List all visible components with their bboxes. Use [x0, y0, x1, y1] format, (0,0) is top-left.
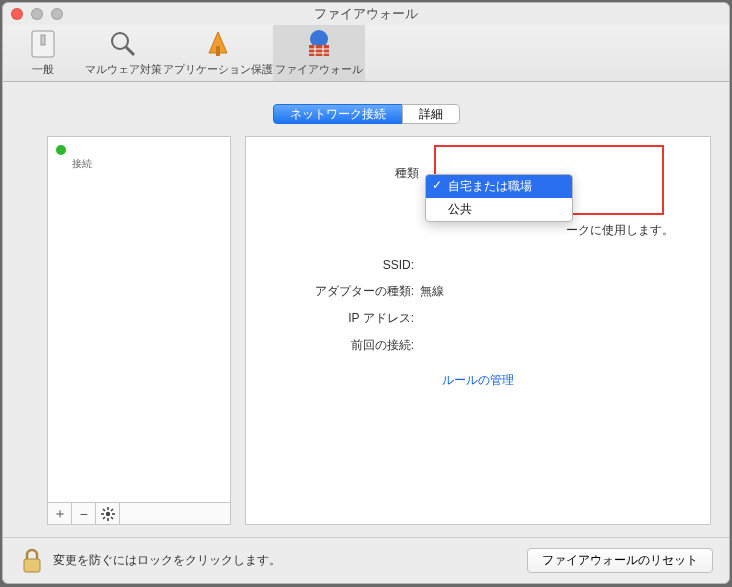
toolbar-firewall[interactable]: ファイアウォール	[273, 25, 365, 81]
tab-network-connections[interactable]: ネットワーク接続	[273, 104, 402, 124]
svg-rect-4	[216, 46, 220, 56]
svg-line-3	[126, 47, 134, 55]
svg-rect-20	[24, 559, 40, 572]
toolbar-label: ファイアウォール	[275, 62, 363, 77]
toolbar-label: 一般	[32, 62, 54, 77]
tab-advanced[interactable]: 詳細	[402, 104, 460, 124]
row-last: 前回の接続:	[264, 337, 692, 354]
svg-rect-6	[309, 45, 329, 56]
label-ip: IP アドレス:	[264, 310, 414, 327]
toolbar-label: アプリケーション保護	[163, 62, 273, 77]
footer: 変更を防ぐにはロックをクリックします。 ファイアウォールのリセット	[3, 537, 729, 583]
lock-section[interactable]: 変更を防ぐにはロックをクリックします。	[19, 547, 281, 575]
type-description: ークに使用します。	[264, 222, 692, 239]
svg-line-19	[111, 509, 113, 511]
segmented-control: ネットワーク接続 詳細	[273, 104, 460, 124]
connection-item[interactable]: 接続	[48, 137, 230, 173]
option-public[interactable]: 公共	[426, 198, 572, 221]
status-dot-icon	[56, 145, 66, 155]
connections-list[interactable]: 接続	[48, 137, 230, 502]
connections-sidebar: 接続 ＋ −	[47, 136, 231, 525]
label-adapter: アダプターの種類:	[264, 283, 414, 300]
row-ip: IP アドレス:	[264, 310, 692, 327]
connection-name	[72, 143, 222, 157]
toolbar-general[interactable]: 一般	[3, 25, 83, 81]
svg-line-16	[103, 509, 105, 511]
value-ssid	[420, 257, 590, 273]
value-adapter: 無線	[420, 283, 590, 300]
manage-rules-link[interactable]: ルールの管理	[264, 372, 692, 389]
toolbar-malware[interactable]: マルウェア対策	[83, 25, 163, 81]
row-adapter: アダプターの種類: 無線	[264, 283, 692, 300]
app-icon	[202, 28, 234, 60]
value-ip	[420, 311, 590, 327]
label-ssid: SSID:	[264, 258, 414, 272]
firewall-icon	[303, 28, 335, 60]
magnifier-icon	[107, 28, 139, 60]
label-last: 前回の接続:	[264, 337, 414, 354]
dropdown-menu: 自宅または職場 公共	[425, 174, 573, 222]
svg-line-18	[103, 517, 105, 519]
main-content: 接続 ＋ − 種類 自宅または職場 公共	[3, 124, 729, 537]
gear-button[interactable]	[96, 503, 120, 524]
sidebar-footer: ＋ −	[48, 502, 230, 524]
lock-text: 変更を防ぐにはロックをクリックします。	[53, 552, 281, 569]
value-last	[420, 338, 590, 354]
detail-panel: 種類 自宅または職場 公共 ークに使用します。 SSID: アダプターの種類: …	[245, 136, 711, 525]
label-type: 種類	[264, 165, 419, 182]
titlebar: ファイアウォール	[3, 3, 729, 25]
segmented-row: ネットワーク接続 詳細	[3, 82, 729, 124]
add-button[interactable]: ＋	[48, 503, 72, 524]
toolbar-app-protection[interactable]: アプリケーション保護	[163, 25, 273, 81]
option-home-work[interactable]: 自宅または職場	[426, 175, 572, 198]
switch-icon	[27, 28, 59, 60]
svg-line-17	[111, 517, 113, 519]
remove-button[interactable]: −	[72, 503, 96, 524]
svg-point-2	[112, 33, 128, 49]
toolbar: 一般 マルウェア対策 アプリケーション保護 ファイアウォール	[3, 25, 729, 82]
svg-point-11	[105, 511, 109, 515]
window-title: ファイアウォール	[3, 5, 729, 23]
connection-status: 接続	[56, 157, 222, 171]
row-type: 種類 自宅または職場 公共	[264, 165, 692, 182]
preferences-window: ファイアウォール 一般 マルウェア対策 アプリケーション保護 ファイアウォール	[2, 2, 730, 584]
row-ssid: SSID:	[264, 257, 692, 273]
svg-rect-1	[41, 35, 45, 45]
toolbar-label: マルウェア対策	[85, 62, 162, 77]
lock-icon	[19, 547, 45, 575]
reset-firewall-button[interactable]: ファイアウォールのリセット	[527, 548, 713, 573]
